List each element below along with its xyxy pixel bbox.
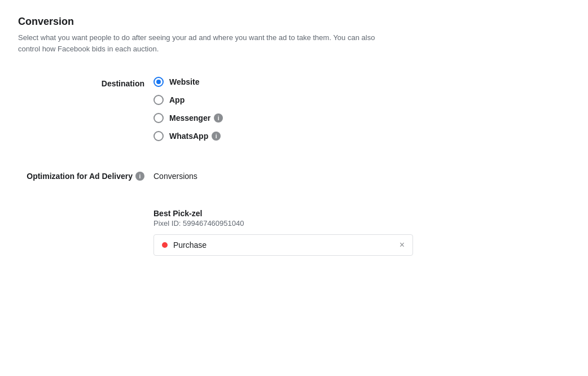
page-title: Conversion [18, 16, 570, 28]
radio-website[interactable] [153, 77, 164, 87]
destination-option-messenger[interactable]: Messenger i [153, 113, 570, 123]
page-description: Select what you want people to do after … [18, 32, 379, 54]
pixel-name: Best Pick-zel [153, 209, 570, 218]
destination-messenger-label: Messenger i [169, 113, 223, 123]
radio-app[interactable] [153, 95, 164, 105]
destination-option-whatsapp[interactable]: WhatsApp i [153, 131, 570, 141]
destination-row: Destination Website App [18, 77, 570, 141]
conversion-form: Destination Website App [18, 77, 570, 198]
optimization-label: Optimization for Ad Delivery i [18, 169, 153, 181]
event-selector[interactable]: Purchase × [153, 234, 413, 256]
whatsapp-info-icon[interactable]: i [212, 132, 221, 141]
close-icon[interactable]: × [400, 241, 405, 250]
event-left: Purchase [162, 241, 207, 250]
optimization-info-icon[interactable]: i [135, 172, 144, 181]
destination-option-website[interactable]: Website [153, 77, 570, 87]
radio-whatsapp[interactable] [153, 131, 164, 141]
messenger-info-icon[interactable]: i [214, 113, 223, 123]
pixel-id: Pixel ID: 599467460951040 [153, 219, 570, 228]
pixel-section: Best Pick-zel Pixel ID: 599467460951040 … [153, 209, 570, 256]
destination-radio-group: Website App Messenger i [153, 77, 570, 141]
event-dot [162, 242, 168, 248]
page-container: Conversion Select what you want people t… [18, 16, 570, 256]
destination-label: Destination [18, 77, 153, 88]
destination-option-app[interactable]: App [153, 95, 570, 105]
event-name: Purchase [173, 241, 207, 250]
destination-whatsapp-label: WhatsApp i [169, 132, 221, 141]
optimization-content: Conversions [153, 169, 570, 181]
radio-messenger[interactable] [153, 113, 164, 123]
destination-website-label: Website [169, 77, 199, 86]
optimization-value: Conversions [153, 169, 570, 181]
destination-options: Website App Messenger i [153, 77, 570, 141]
optimization-row: Optimization for Ad Delivery i Conversio… [18, 169, 570, 181]
destination-app-label: App [169, 95, 185, 104]
